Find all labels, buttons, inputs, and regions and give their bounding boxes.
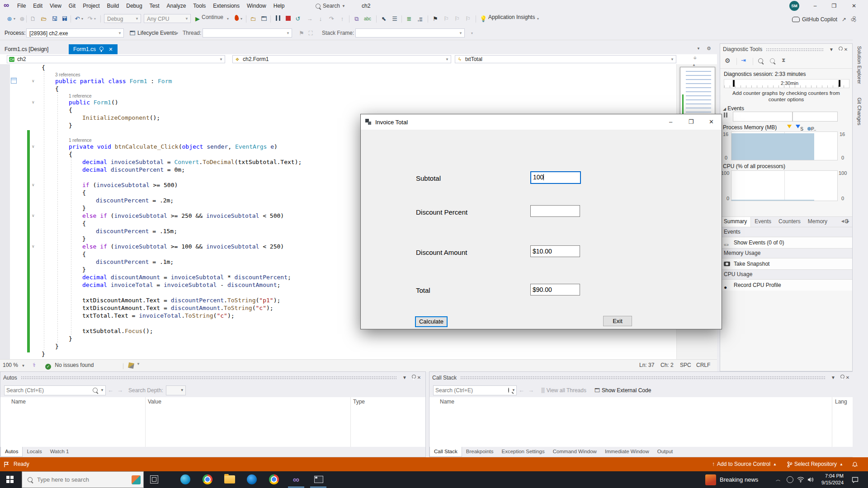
project-dropdown[interactable]: C# ch2▼ xyxy=(7,55,225,63)
open-file-button[interactable]: 🗁 xyxy=(40,15,48,23)
lifecycle-events-button[interactable]: Lifecycle Events xyxy=(137,27,177,40)
exit-button[interactable]: Exit xyxy=(603,316,632,326)
call-stack-grid[interactable] xyxy=(429,407,854,448)
back-icon[interactable]: ← xyxy=(519,387,524,394)
callstack-tab-command-window[interactable]: Command Window xyxy=(549,447,601,457)
code-line-5[interactable]: 1 reference xyxy=(0,93,676,99)
menu-project[interactable]: Project xyxy=(79,0,103,12)
tab-list-dropdown[interactable]: ▼ xyxy=(697,47,700,51)
cpu-graph[interactable] xyxy=(731,170,838,201)
export-icon[interactable]: ⇥ xyxy=(741,57,746,64)
continue-icon[interactable]: ▶ xyxy=(193,15,202,23)
taskbar-search[interactable] xyxy=(22,471,144,488)
bookmark-icon[interactable]: ⚑ xyxy=(431,15,439,23)
memory-graph[interactable] xyxy=(731,131,838,160)
menu-window[interactable]: Window xyxy=(243,0,270,12)
step-into-button[interactable]: ↓ xyxy=(316,15,325,23)
zoom-in-icon[interactable] xyxy=(758,58,765,65)
calculate-button[interactable]: Calculate xyxy=(415,316,448,327)
back-dropdown[interactable]: ▼ xyxy=(13,15,16,23)
zoom-combo[interactable]: 100 % ▼ xyxy=(3,362,25,368)
code-line-1[interactable]: { xyxy=(0,64,676,71)
discount-percent-textbox[interactable] xyxy=(530,205,580,217)
pause-events-icon[interactable] xyxy=(724,113,727,119)
spell-check-icon[interactable]: abc xyxy=(363,15,372,23)
call-stack-title-bar[interactable]: Call Stack ▼ ✕ xyxy=(429,372,854,383)
menu-debug[interactable]: Debug xyxy=(123,0,146,12)
clear-bookmarks-icon[interactable]: ⚐ xyxy=(464,15,472,23)
stop-debugging-button[interactable] xyxy=(284,15,292,23)
close-icon[interactable]: ✕ xyxy=(844,375,851,380)
show-external-code-button[interactable]: Show External Code xyxy=(602,387,651,394)
news-widget[interactable]: Breaking news xyxy=(705,471,758,488)
code-line-4[interactable]: { xyxy=(0,85,676,93)
feedback-flag-icon[interactable] xyxy=(4,457,9,471)
flag-threads-icon[interactable]: ⚑ xyxy=(297,29,306,38)
menu-help[interactable]: Help xyxy=(270,0,288,12)
pin-icon[interactable] xyxy=(408,375,415,380)
blue-browser-icon[interactable] xyxy=(246,474,257,485)
chrome-2-icon[interactable] xyxy=(269,474,279,485)
continue-button[interactable]: Continue xyxy=(202,11,223,24)
diag-action-take-snapshot[interactable]: Take Snapshot xyxy=(720,258,852,269)
github-copilot-button[interactable]: GitHub Copilot ↗ 🗫 xyxy=(792,15,856,24)
pin-icon[interactable] xyxy=(99,47,104,51)
autos-tab-watch-1[interactable]: Watch 1 xyxy=(46,447,73,457)
visual-studio-icon[interactable]: ∞ xyxy=(291,474,302,485)
menu-analyze[interactable]: Analyze xyxy=(163,0,190,12)
continue-dropdown[interactable]: ▼ xyxy=(226,15,230,23)
callstack-column-name[interactable]: Name xyxy=(440,399,454,405)
tab-git-changes[interactable]: Git Changes xyxy=(857,98,862,125)
redo-dropdown[interactable]: ▼ xyxy=(93,15,97,23)
dialog-minimize-button[interactable]: – xyxy=(660,114,681,130)
events-collapse-header[interactable]: ◢ Events xyxy=(723,105,744,112)
code-line-7[interactable]: { xyxy=(0,106,676,114)
diag-tab-events[interactable]: Events xyxy=(751,217,775,227)
fold-chevron-icon[interactable]: ∨ xyxy=(32,99,38,106)
notifications-bell-icon[interactable] xyxy=(852,457,858,471)
member-dropdown[interactable]: ϟ txtTotal▼ xyxy=(455,55,676,63)
break-all-button[interactable] xyxy=(274,15,282,23)
line-ending-indicator[interactable]: CRLF xyxy=(696,362,710,368)
callstack-tab-immediate-window[interactable]: Immediate Window xyxy=(601,447,653,457)
window-position-dropdown[interactable]: ▼ xyxy=(401,375,408,380)
navigate-forward-button[interactable]: ⊛ xyxy=(18,15,26,23)
fold-chevron-icon[interactable]: ∨ xyxy=(32,143,38,150)
tab-solution-explorer[interactable]: Solution Explorer xyxy=(857,46,862,84)
thread-combo[interactable]: ▼ xyxy=(203,28,292,38)
view-all-threads-button[interactable]: View all Threads xyxy=(547,387,586,394)
codelens-references[interactable]: 1 reference xyxy=(69,94,92,99)
tray-app-icon[interactable] xyxy=(787,471,793,488)
dialog-title-bar[interactable]: Invoice Total – ❐ ✕ xyxy=(361,114,722,130)
tab-form1-design[interactable]: Form1.cs [Design] xyxy=(0,44,53,54)
code-line-6[interactable]: ∨public Form1() xyxy=(0,99,676,106)
code-map-icon[interactable]: ⧉ xyxy=(353,15,361,23)
callstack-tab-output[interactable]: Output xyxy=(653,447,677,457)
chrome-icon[interactable] xyxy=(202,474,213,485)
diag-tab-counters[interactable]: Counters xyxy=(775,217,804,227)
network-wifi-icon[interactable] xyxy=(797,471,804,488)
undo-dropdown[interactable]: ▼ xyxy=(80,15,84,23)
close-icon[interactable]: ✕ xyxy=(842,47,849,52)
restart-button[interactable]: ↺ xyxy=(294,15,302,23)
callstack-tab-exception-settings[interactable]: Exception Settings xyxy=(498,447,549,457)
callstack-tab-breakpoints[interactable]: Breakpoints xyxy=(462,447,498,457)
step-over-button[interactable]: ↷ xyxy=(327,15,335,23)
step-out-button[interactable]: ↑ xyxy=(338,15,346,23)
taskbar-search-input[interactable] xyxy=(36,476,132,483)
type-dropdown[interactable]: ❖ ch2.Form1▼ xyxy=(232,55,451,63)
maximize-button[interactable]: ❐ xyxy=(826,0,842,12)
autos-grid[interactable] xyxy=(0,407,425,448)
code-line-38[interactable]: } xyxy=(0,343,676,350)
diag-action-show-events-0-of-0[interactable]: «»Show Events (0 of 0) xyxy=(720,237,852,248)
search-highlights-icon[interactable] xyxy=(132,475,141,484)
diagnostic-tools-title-bar[interactable]: Diagnostic Tools ▼ ✕ xyxy=(720,44,852,55)
call-stack-search[interactable]: ▼ xyxy=(433,385,517,395)
next-bookmark-icon[interactable]: ⚐ xyxy=(453,15,461,23)
edge-icon[interactable] xyxy=(180,474,191,485)
format-document-icon[interactable]: ☰ xyxy=(391,15,399,23)
close-button[interactable]: ✕ xyxy=(846,0,862,12)
app-window-icon[interactable] xyxy=(313,474,324,485)
code-cleanup-dropdown[interactable]: ▼ xyxy=(137,362,140,366)
file-explorer-icon[interactable] xyxy=(224,474,235,485)
